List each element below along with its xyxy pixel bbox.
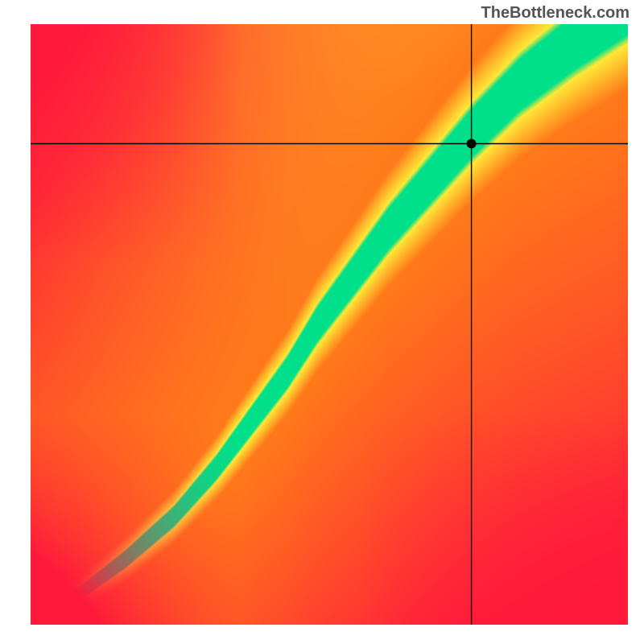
heatmap-canvas (0, 0, 644, 644)
watermark-text: TheBottleneck.com (481, 3, 630, 22)
chart-container: TheBottleneck.com (0, 0, 644, 644)
